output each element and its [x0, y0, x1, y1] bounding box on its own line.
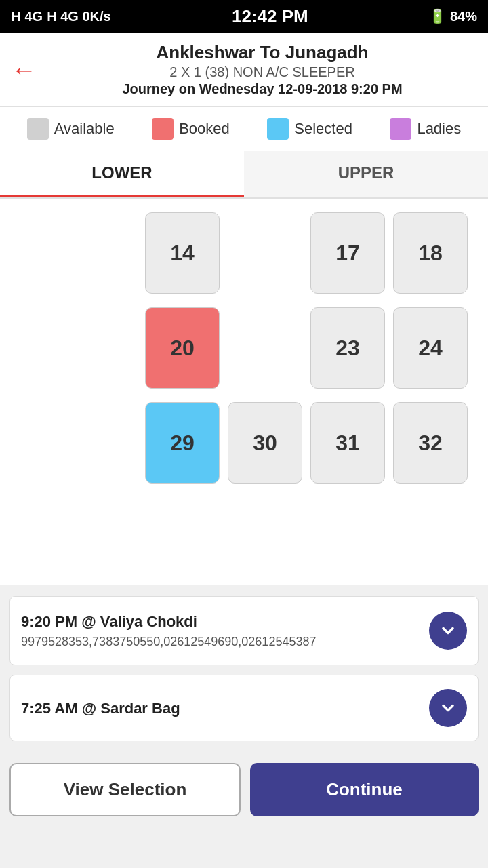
seat-gap-1 [228, 212, 302, 294]
seat-row-3: 29 30 31 32 [7, 402, 481, 484]
seat-14[interactable]: 14 [145, 212, 220, 294]
seat-24[interactable]: 24 [393, 307, 468, 389]
journey-label: Journey on [122, 81, 195, 96]
seat-30[interactable]: 30 [228, 402, 302, 484]
stop-1-time-place: 9:20 PM @ Valiya Chokdi [21, 610, 316, 633]
stop-card-1: 9:20 PM @ Valiya Chokdi 9979528353,73837… [9, 596, 479, 665]
header: ← Ankleshwar To Junagadh 2 X 1 (38) NON … [0, 33, 488, 107]
battery-percent: 84% [450, 9, 477, 24]
stop-1-phones: 9979528353,7383750550,02612549690,026125… [21, 633, 316, 651]
seat-32[interactable]: 32 [393, 402, 468, 484]
bottom-buttons: View Selection Continue [0, 751, 488, 829]
seat-23[interactable]: 23 [310, 307, 385, 389]
journey-date-num: 12-09-2018 [278, 81, 347, 96]
seat-18[interactable]: 18 [393, 212, 468, 294]
bus-type: 2 X 1 (38) NON A/C SLEEPER [47, 64, 477, 80]
stop-card-2: 7:25 AM @ Sardar Bag [9, 675, 479, 741]
view-selection-button[interactable]: View Selection [9, 763, 241, 816]
tab-upper[interactable]: UPPER [244, 151, 488, 197]
time-display: 12:42 PM [232, 6, 308, 27]
seat-gap-2 [228, 307, 302, 389]
journey-time-str: 9:20 PM [351, 81, 403, 96]
seat-29[interactable]: 29 [145, 402, 220, 484]
header-text: Ankleshwar To Junagadh 2 X 1 (38) NON A/… [47, 42, 477, 97]
stop-info-cards: 9:20 PM @ Valiya Chokdi 9979528353,73837… [0, 585, 488, 741]
legend: Available Booked Selected Ladies [0, 107, 488, 151]
stop-2-time-place: 7:25 AM @ Sardar Bag [21, 697, 180, 719]
stop-2-text: 7:25 AM @ Sardar Bag [21, 697, 180, 719]
legend-selected: Selected [267, 118, 352, 140]
selected-color-box [267, 118, 289, 140]
ladies-color-box [390, 118, 411, 140]
stop-1-expand-button[interactable] [429, 612, 467, 650]
chevron-down-icon-2 [439, 698, 458, 717]
battery-info: 🔋 84% [429, 8, 477, 24]
stop-2-expand-button[interactable] [429, 689, 467, 727]
journey-date: Journey on Wednesday 12-09-2018 9:20 PM [47, 81, 477, 97]
legend-ladies: Ladies [390, 118, 461, 140]
speed-indicator: H 4G 0K/s [47, 9, 110, 24]
stop-1-text: 9:20 PM @ Valiya Chokdi 9979528353,73837… [21, 610, 316, 651]
network-icon: 4G [24, 9, 43, 24]
legend-available: Available [27, 118, 115, 140]
battery-icon: 🔋 [429, 8, 446, 24]
booked-label: Booked [179, 120, 230, 138]
ladies-label: Ladies [417, 120, 461, 138]
booked-color-box [152, 118, 174, 140]
tab-lower[interactable]: LOWER [0, 151, 244, 197]
seat-row-1: 14 17 18 [7, 212, 481, 294]
seat-layout: 14 17 18 20 23 24 29 30 31 32 [0, 199, 488, 585]
seat-20: 20 [145, 307, 220, 389]
seat-row-2: 20 23 24 [7, 307, 481, 389]
selected-label: Selected [294, 120, 352, 138]
journey-weekday: Wednesday [199, 81, 274, 96]
continue-button[interactable]: Continue [250, 763, 479, 816]
chevron-down-icon [439, 621, 458, 640]
route-title: Ankleshwar To Junagadh [47, 42, 477, 63]
status-bar: H 4G H 4G 0K/s 12:42 PM 🔋 84% [0, 0, 488, 33]
seat-17[interactable]: 17 [310, 212, 385, 294]
available-label: Available [54, 120, 115, 138]
legend-booked: Booked [152, 118, 230, 140]
status-left: H 4G H 4G 0K/s [11, 9, 111, 24]
deck-tabs: LOWER UPPER [0, 151, 488, 199]
available-color-box [27, 118, 49, 140]
seat-31[interactable]: 31 [310, 402, 385, 484]
signal-icon: H [11, 9, 20, 24]
back-button[interactable]: ← [11, 57, 37, 83]
